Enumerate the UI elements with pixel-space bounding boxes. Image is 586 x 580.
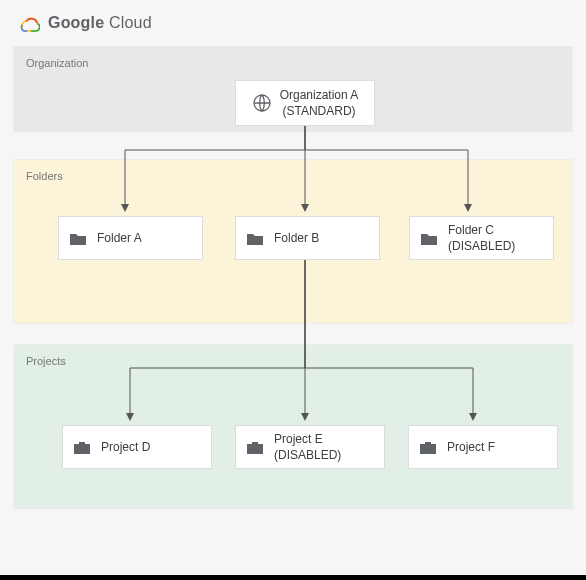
- svg-marker-2: [464, 204, 472, 212]
- svg-marker-5: [469, 413, 477, 421]
- globe-icon: [252, 93, 272, 113]
- svg-marker-4: [301, 413, 309, 421]
- folder-icon: [69, 231, 87, 246]
- project-d-label: Project D: [101, 439, 150, 455]
- project-e-label: Project E (DISABLED): [274, 431, 341, 463]
- svg-marker-1: [301, 204, 309, 212]
- svg-marker-3: [126, 413, 134, 421]
- folder-c-label: Folder C (DISABLED): [448, 222, 515, 254]
- node-folder-c: Folder C (DISABLED): [409, 216, 554, 260]
- folder-icon: [420, 231, 438, 246]
- node-folder-b: Folder B: [235, 216, 380, 260]
- node-project-f: Project F: [408, 425, 558, 469]
- svg-marker-0: [121, 204, 129, 212]
- folder-a-label: Folder A: [97, 230, 142, 246]
- folder-icon: [246, 231, 264, 246]
- briefcase-icon: [246, 439, 264, 455]
- node-project-e: Project E (DISABLED): [235, 425, 385, 469]
- node-folder-a: Folder A: [58, 216, 203, 260]
- diagram-canvas: Google Cloud Organization Folders Projec…: [0, 0, 586, 580]
- org-text: Organization A (STANDARD): [280, 87, 359, 119]
- folder-b-label: Folder B: [274, 230, 319, 246]
- briefcase-icon: [73, 439, 91, 455]
- briefcase-icon: [419, 439, 437, 455]
- project-f-label: Project F: [447, 439, 495, 455]
- node-project-d: Project D: [62, 425, 212, 469]
- node-organization-a: Organization A (STANDARD): [235, 80, 375, 126]
